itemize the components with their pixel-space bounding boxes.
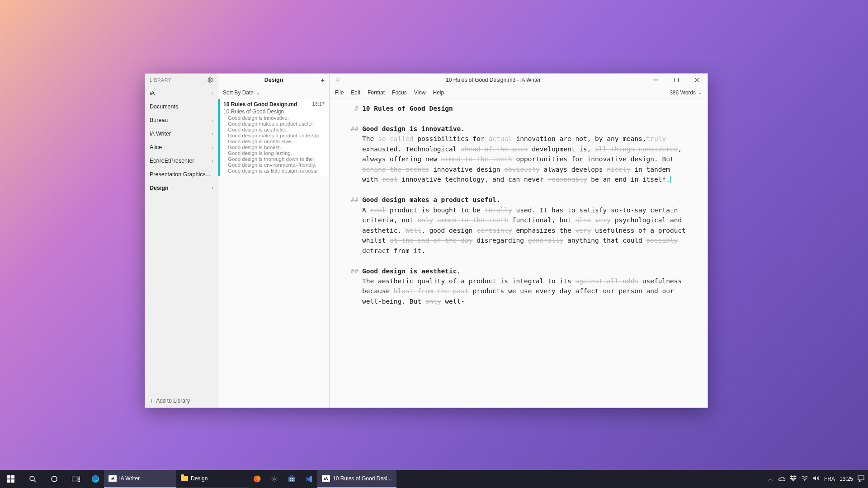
chevron-right-icon: › (212, 90, 213, 96)
library-item-bureau[interactable]: Bureau› (145, 113, 218, 127)
add-to-library-button[interactable]: + Add to Library (145, 394, 218, 408)
svg-point-17 (274, 478, 275, 480)
library-item-documents[interactable]: Documents (145, 100, 218, 113)
chevron-right-icon: › (212, 131, 213, 136)
svg-rect-2 (675, 78, 679, 82)
menu-view[interactable]: View (414, 89, 426, 96)
svg-rect-14 (78, 479, 80, 482)
firefox-app-button[interactable] (249, 470, 266, 488)
editor-pane: ≡ 10 Rules of Good Design.md - iA Writer… (330, 74, 708, 408)
heading-text[interactable]: Good design makes a product useful. (362, 195, 689, 205)
heading-text[interactable]: Good design is innovative. (362, 124, 689, 134)
chevron-down-icon: ⌄ (698, 90, 702, 95)
preview-line: Good design is honest. (223, 145, 325, 150)
chevron-right-icon: › (212, 117, 213, 123)
library-item-ia[interactable]: iA› (145, 86, 218, 100)
preview-line: Good design makes a product useful. (223, 121, 325, 127)
document-list-pane: Design + Sort By Date ⌄ 10 Rules of Good… (218, 74, 330, 408)
preview-line: Good design is as little design as possi (223, 168, 325, 174)
vscode-app-button[interactable] (300, 470, 317, 488)
svg-point-24 (804, 480, 805, 481)
volume-icon[interactable] (813, 475, 820, 483)
menu-edit[interactable]: Edit (351, 89, 360, 96)
library-item-alice[interactable]: Alice› (145, 141, 218, 154)
sort-control[interactable]: Sort By Date ⌄ (218, 86, 329, 99)
edge-icon (91, 475, 99, 483)
preview-line: Good design is unobtrusive. (223, 139, 325, 144)
onedrive-icon[interactable] (778, 476, 785, 483)
svg-rect-12 (72, 477, 77, 481)
svg-point-0 (209, 79, 211, 81)
svg-rect-7 (7, 479, 10, 483)
paragraph-text[interactable]: A real product is bought to be totally u… (362, 205, 689, 256)
library-item-design[interactable]: Design› (145, 181, 218, 195)
markdown-marker (330, 134, 362, 184)
close-button[interactable] (687, 74, 708, 86)
preview-line: Good design is environmental-friendly. (223, 162, 325, 168)
menu-format[interactable]: Format (368, 89, 385, 96)
document-filename: 10 Rules of Good Design.md (223, 101, 297, 108)
tray-chevron-up-icon[interactable]: ︿ (768, 475, 774, 483)
paragraph-text[interactable]: The so-called possibilities for actual i… (362, 134, 689, 184)
settings-icon (270, 475, 278, 483)
chevron-right-icon: › (212, 158, 213, 164)
word-count[interactable]: 386 Words ⌄ (670, 89, 702, 96)
vscode-icon (305, 475, 313, 483)
taskbar-design-folder[interactable]: Design (176, 470, 249, 488)
titlebar[interactable]: ≡ 10 Rules of Good Design.md - iA Writer (330, 74, 708, 86)
gear-icon[interactable] (207, 77, 213, 83)
library-item-presentation-graphics[interactable]: Presentation Graphics... (145, 168, 218, 181)
new-document-button[interactable]: + (321, 76, 325, 84)
folder-icon (181, 476, 188, 481)
window-title: 10 Rules of Good Design.md - iA Writer (341, 77, 645, 83)
wifi-icon[interactable] (801, 476, 808, 483)
store-app-button[interactable] (283, 470, 300, 488)
heading-text[interactable]: Good design is aesthetic. (362, 266, 689, 276)
circle-icon (50, 475, 58, 483)
preview-line: Good design is innovative. (223, 115, 325, 121)
chevron-right-icon: › (212, 185, 213, 191)
markdown-marker: # (330, 103, 362, 113)
search-button[interactable] (22, 470, 43, 488)
paragraph-text[interactable]: The aesthetic quality of a product is in… (362, 276, 689, 306)
svg-rect-23 (292, 480, 293, 481)
taskbar-iawriter[interactable]: iA iA Writer (104, 470, 176, 488)
menu-focus[interactable]: Focus (392, 89, 407, 96)
document-list-title: Design (264, 77, 283, 83)
search-icon (28, 475, 37, 483)
windows-icon (7, 475, 15, 483)
cortana-button[interactable] (43, 470, 65, 488)
document-entry[interactable]: 10 Rules of Good Design.md 13:17 10 Rule… (218, 99, 329, 176)
menu-help[interactable]: Help (433, 89, 444, 96)
svg-rect-5 (7, 475, 10, 479)
svg-rect-25 (858, 476, 864, 480)
editor-body[interactable]: #10 Rules of Good Design##Good design is… (330, 99, 708, 408)
svg-rect-8 (11, 479, 14, 483)
action-center-icon[interactable] (858, 475, 864, 483)
language-indicator[interactable]: FRA (824, 476, 835, 482)
svg-rect-13 (78, 476, 80, 479)
minimize-button[interactable] (645, 74, 666, 86)
taskbar-iawriter-doc[interactable]: iA 10 Rules of Good Desi... (317, 470, 396, 488)
markdown-marker: ## (330, 195, 362, 205)
ia-icon: iA (322, 475, 330, 482)
settings-app-button[interactable] (266, 470, 283, 488)
store-icon (288, 475, 296, 483)
hamburger-icon[interactable]: ≡ (334, 76, 341, 84)
start-button[interactable] (0, 470, 22, 488)
svg-point-9 (30, 476, 34, 481)
app-window: LIBRARY iA› Documents Bureau› iA Writer›… (145, 73, 708, 408)
heading-text[interactable]: 10 Rules of Good Design (362, 103, 689, 113)
maximize-button[interactable] (666, 74, 687, 86)
menu-file[interactable]: File (335, 89, 344, 96)
svg-line-10 (34, 480, 36, 482)
library-item-ecrireetpresenter[interactable]: EcrireEtPresenter› (145, 154, 218, 168)
text-cursor (670, 176, 671, 183)
chevron-right-icon: › (212, 145, 213, 150)
task-view-button[interactable] (65, 470, 87, 488)
clock[interactable]: 13:25 (840, 476, 853, 482)
firefox-icon (253, 475, 261, 483)
dropbox-icon[interactable] (790, 475, 797, 483)
library-item-iawriter[interactable]: iA Writer› (145, 127, 218, 141)
edge-app-button[interactable] (87, 470, 104, 488)
